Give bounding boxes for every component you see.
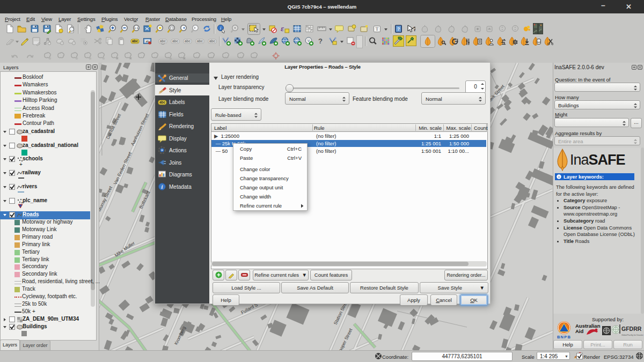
svg-text:abc: abc: [185, 39, 191, 43]
svg-text:abc: abc: [159, 100, 166, 104]
svg-text:abc: abc: [197, 39, 203, 43]
svg-text:ε: ε: [281, 24, 284, 33]
svg-text:BNPB: BNPB: [557, 335, 571, 339]
svg-text:T: T: [376, 26, 379, 32]
svg-text:i: i: [559, 175, 560, 179]
svg-text:V: V: [308, 39, 310, 42]
svg-text:abc: abc: [160, 39, 166, 43]
svg-text:abc: abc: [209, 39, 216, 43]
svg-text:abc: abc: [172, 39, 179, 43]
svg-text:i: i: [162, 183, 163, 189]
svg-text:1:1: 1:1: [134, 26, 139, 29]
svg-text:?: ?: [413, 26, 416, 32]
svg-text:?: ?: [318, 37, 323, 45]
svg-text:?: ?: [397, 26, 400, 32]
svg-text:abc: abc: [132, 39, 138, 43]
